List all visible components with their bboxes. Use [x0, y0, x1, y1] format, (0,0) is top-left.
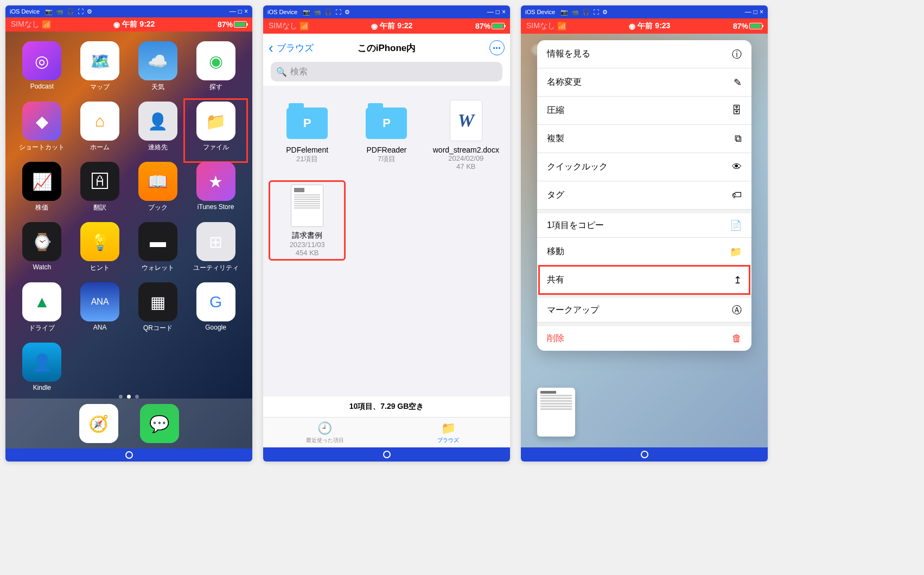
app-Watch[interactable]: ⌚Watch [15, 222, 69, 273]
file-item-PDFelement[interactable]: PPDFelement21項目 [269, 97, 346, 173]
battery-pct: 87% [218, 20, 233, 29]
folder-icon: P [286, 108, 328, 139]
titlebar-tool-icons[interactable]: 📷📹🎧⛶⚙ [303, 9, 350, 16]
app-ウォレット[interactable]: ▬ウォレット [131, 222, 185, 273]
minimize-icon[interactable]: — [487, 8, 494, 16]
app-探す[interactable]: ◉探す [189, 41, 243, 92]
app-label: ショートカット [19, 143, 65, 152]
video-icon[interactable]: 📹 [56, 8, 63, 15]
ctx-タグ[interactable]: タグ🏷 [537, 181, 751, 210]
app-icon: 🄰 [80, 162, 119, 201]
file-date: 2024/02/09 [448, 154, 483, 162]
back-browse-link[interactable]: ブラウズ [277, 42, 314, 54]
video-icon[interactable]: 📹 [571, 9, 579, 16]
audio-icon[interactable]: 🎧 [582, 9, 590, 16]
titlebar-tool-icons[interactable]: 📷📹🎧⛶⚙ [560, 9, 608, 16]
ctx-複製[interactable]: 複製⧉ [537, 125, 751, 153]
window-controls[interactable]: —□× [745, 8, 763, 16]
close-icon[interactable]: × [760, 8, 763, 16]
search-input[interactable]: 🔍 検索 [271, 62, 502, 81]
maximize-icon[interactable]: □ [238, 8, 242, 15]
gear-icon[interactable]: ⚙ [87, 8, 92, 15]
status-bar: SIMなし 📶 ◉ 午前 9:22 87% [5, 17, 252, 31]
app-QRコード[interactable]: ▦QRコード [131, 282, 185, 333]
camera-icon[interactable]: 📷 [560, 9, 568, 16]
fullscreen-icon[interactable]: ⛶ [593, 9, 599, 16]
ctx-情報を見る[interactable]: 情報を見るⓘ [537, 40, 751, 68]
fullscreen-icon[interactable]: ⛶ [78, 8, 84, 15]
ctx-共有[interactable]: 共有↥ [537, 266, 751, 294]
titlebar: iOS Device 📷📹🎧⛶⚙ —□× [263, 5, 510, 18]
app-icon: 🗺️ [80, 41, 119, 80]
gear-icon[interactable]: ⚙ [602, 9, 608, 16]
tab-recent[interactable]: 🕘最近使った項目 [263, 418, 387, 447]
ctx-マークアップ[interactable]: マークアップⒶ [537, 294, 751, 323]
file-body[interactable]: PPDFelement21項目PPDFReader7項目Wword_stream… [263, 86, 510, 396]
app-ANA[interactable]: ANAANA [73, 282, 127, 333]
file-name: PDFReader [367, 146, 407, 154]
camera-icon[interactable]: 📷 [303, 9, 310, 16]
maximize-icon[interactable]: □ [754, 8, 757, 16]
gear-icon[interactable]: ⚙ [345, 9, 350, 16]
audio-icon[interactable]: 🎧 [324, 9, 332, 16]
app-Google[interactable]: GGoogle [189, 282, 243, 333]
battery-icon [749, 23, 762, 29]
app-icon: ⌂ [80, 102, 119, 141]
dock-app-safari[interactable]: 🧭 [79, 404, 118, 443]
fullscreen-icon[interactable]: ⛶ [335, 9, 341, 16]
app-マップ[interactable]: 🗺️マップ [73, 41, 127, 92]
app-ファイル[interactable]: 📁ファイル [189, 102, 243, 152]
titlebar-tool-icons[interactable]: 📷 📹 🎧 ⛶ ⚙ [45, 8, 92, 15]
app-Kindle[interactable]: 👤Kindle [15, 343, 69, 391]
close-icon[interactable]: × [244, 8, 248, 15]
app-ショートカット[interactable]: ◆ショートカット [15, 102, 69, 152]
ctx-圧縮[interactable]: 圧縮🗄 [537, 97, 751, 125]
minimize-icon[interactable]: — [745, 8, 751, 16]
context-overlay[interactable]: 情報を見るⓘ名称変更✎圧縮🗄複製⧉クイックルック👁タグ🏷1項目をコピー📄移動📁共… [521, 34, 768, 447]
titlebar: iOS Device 📷 📹 🎧 ⛶ ⚙ — □ × [5, 5, 252, 17]
ctx-1項目をコピー[interactable]: 1項目をコピー📄 [537, 210, 751, 238]
back-chevron-icon[interactable]: ‹ [269, 40, 273, 56]
file-item-請求書例[interactable]: 請求書例2023/11/03454 KB [269, 180, 346, 261]
home-screen[interactable]: ◎Podcast🗺️マップ☁️天気◉探す◆ショートカット⌂ホーム👤連絡先📁ファイ… [5, 31, 252, 448]
file-item-word_stream2.docx[interactable]: Wword_stream2.docx2024/02/0947 KB [428, 97, 505, 173]
app-ヒント[interactable]: 💡ヒント [73, 222, 127, 273]
file-name: word_stream2.docx [433, 146, 499, 154]
home-button[interactable] [641, 451, 648, 458]
minimize-icon[interactable]: — [230, 8, 236, 15]
app-iTunes Store[interactable]: ★iTunes Store [189, 162, 243, 212]
app-天気[interactable]: ☁️天気 [131, 41, 185, 92]
app-翻訳[interactable]: 🄰翻訳 [73, 162, 127, 212]
app-連絡先[interactable]: 👤連絡先 [131, 102, 185, 152]
home-button[interactable] [383, 451, 391, 458]
clock-icon: 🕘 [317, 421, 332, 435]
file-item-PDFReader[interactable]: PPDFReader7項目 [348, 97, 425, 173]
app-ブック[interactable]: 📖ブック [131, 162, 185, 212]
window-controls[interactable]: — □ × [230, 8, 248, 15]
ctx-移動[interactable]: 移動📁 [537, 238, 751, 266]
app-icon: 👤 [22, 343, 61, 382]
audio-icon[interactable]: 🎧 [67, 8, 74, 15]
close-icon[interactable]: × [502, 8, 506, 16]
camera-icon[interactable]: 📷 [45, 8, 53, 15]
tab-browse[interactable]: 📁ブラウズ [387, 418, 511, 447]
app-ホーム[interactable]: ⌂ホーム [73, 102, 127, 152]
dock-app-messages[interactable]: 💬 [140, 404, 179, 443]
ctx-クイックルック[interactable]: クイックルック👁 [537, 153, 751, 181]
app-label: ホーム [90, 143, 110, 152]
app-株価[interactable]: 📈株価 [15, 162, 69, 212]
home-button[interactable] [125, 451, 133, 459]
more-options-button[interactable]: ••• [489, 40, 505, 55]
maximize-icon[interactable]: □ [496, 8, 500, 16]
clock-time: 午前 9:23 [638, 21, 670, 31]
video-icon[interactable]: 📹 [314, 9, 321, 16]
app-Podcast[interactable]: ◎Podcast [15, 41, 69, 92]
ctx-削除[interactable]: 削除🗑 [537, 323, 751, 351]
window-controls[interactable]: —□× [487, 8, 506, 16]
page-indicator[interactable] [5, 395, 252, 399]
file-date: 2023/11/03 [290, 241, 325, 249]
app-ユーティリティ[interactable]: ⊞ユーティリティ [189, 222, 243, 273]
app-ドライブ[interactable]: ▲ドライブ [15, 282, 69, 333]
file-preview-thumbnail[interactable] [537, 388, 575, 437]
ctx-名称変更[interactable]: 名称変更✎ [537, 68, 751, 97]
